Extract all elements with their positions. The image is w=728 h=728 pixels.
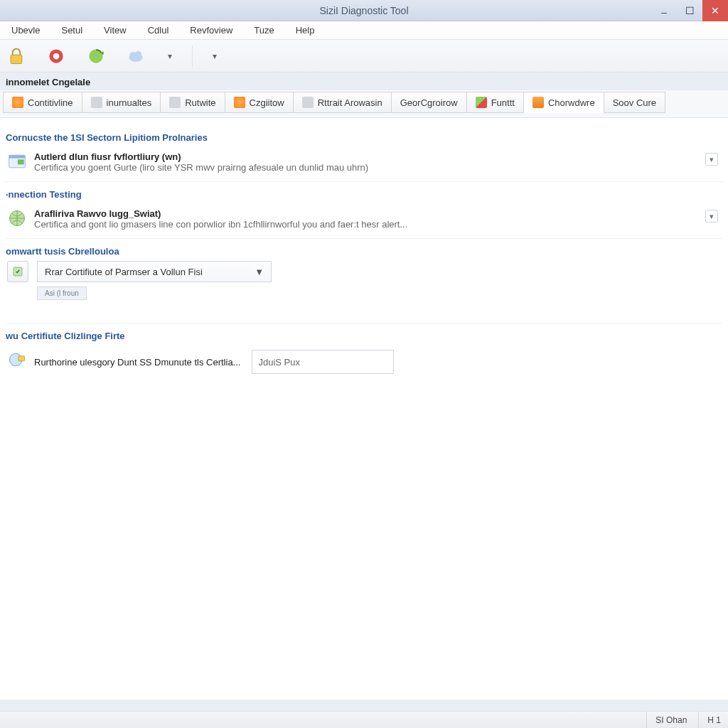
expand-button[interactable] bbox=[705, 210, 718, 223]
dropdown-label: Rrar Cortifiute of Parmser a Vollun Fisi bbox=[45, 267, 203, 277]
section-title-1: Cornucste the 1SI Sectorn Lipitiom Proln… bbox=[6, 132, 722, 143]
chevron-down-icon: ▼ bbox=[255, 267, 264, 277]
card-body: Rurthorine ulesgory Dunt SS Dmunute tls … bbox=[34, 350, 718, 374]
tablist: Contitivline inurnualtes Rutwite Czgiito… bbox=[3, 92, 725, 113]
tab-label: Funttt bbox=[491, 97, 515, 108]
tab-2[interactable]: Rutwite bbox=[160, 92, 225, 113]
tag-chip[interactable]: Asi (l froun bbox=[37, 287, 87, 300]
tab-label: Soov Cure bbox=[613, 97, 656, 108]
menu-item-3[interactable]: Cdlul bbox=[141, 23, 176, 38]
tabstrip: Contitivline inurnualtes Rutwite Czgiito… bbox=[0, 90, 728, 118]
tab-8[interactable]: Soov Cure bbox=[604, 92, 665, 113]
toolbar: ▾ ▾ bbox=[0, 40, 728, 73]
status-right-2: H 1 bbox=[698, 712, 721, 728]
expand-button[interactable] bbox=[705, 153, 718, 166]
input-value: JduiS Pux bbox=[258, 357, 300, 368]
toolbar-separator bbox=[192, 46, 193, 67]
menubar: Ubevle Setul Vitew Cdlul Revfoview Tuze … bbox=[0, 21, 728, 40]
tab-icon bbox=[169, 97, 181, 108]
tab-label: GeorCgroirow bbox=[400, 97, 458, 108]
menu-item-1[interactable]: Setul bbox=[54, 23, 90, 38]
minimize-button[interactable] bbox=[651, 0, 677, 21]
section-title-2: ·nnection Testing bbox=[6, 189, 722, 200]
tab-label: Chorwdwre bbox=[548, 97, 595, 108]
tab-icon bbox=[91, 97, 102, 108]
toolbar-subtitle: innomelet Cngelale bbox=[0, 73, 728, 90]
card-body: Arafliriva Rawvo lugg_Swiat) Certifica a… bbox=[34, 208, 718, 230]
section-title-4: wu Certifiute Clizlinge Firte bbox=[6, 331, 722, 341]
menu-item-2[interactable]: Vitew bbox=[97, 23, 134, 38]
tab-icon bbox=[12, 97, 23, 108]
menu-item-0[interactable]: Ubevle bbox=[4, 23, 47, 38]
card-title: Arafliriva Rawvo lugg_Swiat) bbox=[34, 208, 718, 219]
svg-rect-0 bbox=[11, 55, 22, 63]
window-title: SiziI Diagnostic Tool bbox=[319, 5, 408, 16]
svg-rect-10 bbox=[18, 159, 24, 164]
card-section-2: Arafliriva Rawvo lugg_Swiat) Certifica a… bbox=[6, 204, 722, 239]
tab-0[interactable]: Contitivline bbox=[3, 92, 82, 113]
card-title: Autlerd dlun fiusr fvflortliury (wn) bbox=[34, 151, 718, 162]
svg-point-7 bbox=[135, 51, 141, 58]
certificate-path-input[interactable]: JduiS Pux bbox=[252, 350, 394, 374]
window-controls: ☐ bbox=[651, 0, 728, 21]
tab-label: Rttrait Arowasin bbox=[318, 97, 382, 108]
run-button[interactable] bbox=[7, 261, 28, 282]
tab-6[interactable]: Funttt bbox=[466, 92, 524, 113]
svg-rect-14 bbox=[18, 356, 25, 361]
tab-label: Rutwite bbox=[185, 97, 215, 108]
globe-icon bbox=[7, 208, 27, 228]
card-section-3: Rrar Cortifiute of Parmser a Vollun Fisi… bbox=[6, 261, 722, 323]
tab-5[interactable]: GeorCgroirow bbox=[391, 92, 467, 113]
tab-3[interactable]: Czgiitow bbox=[225, 92, 294, 113]
cloud-icon[interactable] bbox=[124, 44, 148, 68]
card-line: Rurthorine ulesgory Dunt SS Dmunute tls … bbox=[34, 357, 240, 368]
tab-label: Czgiitow bbox=[250, 97, 284, 108]
tab-label: inurnualtes bbox=[107, 97, 152, 108]
menu-item-4[interactable]: Revfoview bbox=[183, 23, 240, 38]
svg-point-2 bbox=[53, 53, 60, 59]
tab-4[interactable]: Rttrait Arowasin bbox=[293, 92, 392, 113]
card-section-4: Rurthorine ulesgory Dunt SS Dmunute tls … bbox=[6, 346, 722, 382]
titlebar: SiziI Diagnostic Tool ☐ bbox=[0, 0, 728, 21]
svg-rect-9 bbox=[9, 155, 26, 158]
card-body: Autlerd dlun fiusr fvflortliury (wn) Cer… bbox=[34, 151, 718, 173]
tab-icon bbox=[234, 97, 245, 108]
tab-label: Contitivline bbox=[28, 97, 73, 108]
shield-icon[interactable] bbox=[44, 44, 68, 68]
main-content: Cornucste the 1SI Sectorn Lipitiom Proln… bbox=[0, 118, 728, 700]
tab-7[interactable]: Chorwdwre bbox=[523, 92, 604, 113]
close-button[interactable] bbox=[702, 0, 728, 21]
card-desc: Certifica and gont lio gmasers line con … bbox=[34, 219, 718, 230]
window-icon bbox=[7, 151, 27, 171]
card-desc: Certifica you goent Gurte (liro site YSR… bbox=[34, 162, 718, 173]
cert-globe-icon bbox=[7, 350, 27, 370]
certificate-dropdown[interactable]: Rrar Cortifiute of Parmser a Vollun Fisi… bbox=[37, 261, 272, 282]
globe-refresh-icon[interactable] bbox=[84, 44, 108, 68]
lock-icon[interactable] bbox=[4, 44, 28, 68]
menu-item-5[interactable]: Tuze bbox=[247, 23, 281, 38]
menu-item-6[interactable]: Help bbox=[289, 23, 322, 38]
tab-icon bbox=[302, 97, 314, 108]
tab-1[interactable]: inurnualtes bbox=[82, 92, 161, 113]
tab-icon bbox=[532, 97, 544, 108]
card-section-1: Autlerd dlun fiusr fvflortliury (wn) Cer… bbox=[6, 147, 722, 182]
maximize-button[interactable]: ☐ bbox=[677, 0, 702, 21]
section-title-3: omwartt tusis Cbrellouloa bbox=[6, 246, 722, 257]
toolbar-overflow-1[interactable]: ▾ bbox=[164, 47, 176, 65]
tab-icon bbox=[476, 97, 487, 108]
toolbar-overflow-2[interactable]: ▾ bbox=[208, 47, 221, 65]
status-right-1: SI Ohan bbox=[646, 712, 687, 728]
statusbar: SI Ohan H 1 bbox=[0, 711, 728, 728]
